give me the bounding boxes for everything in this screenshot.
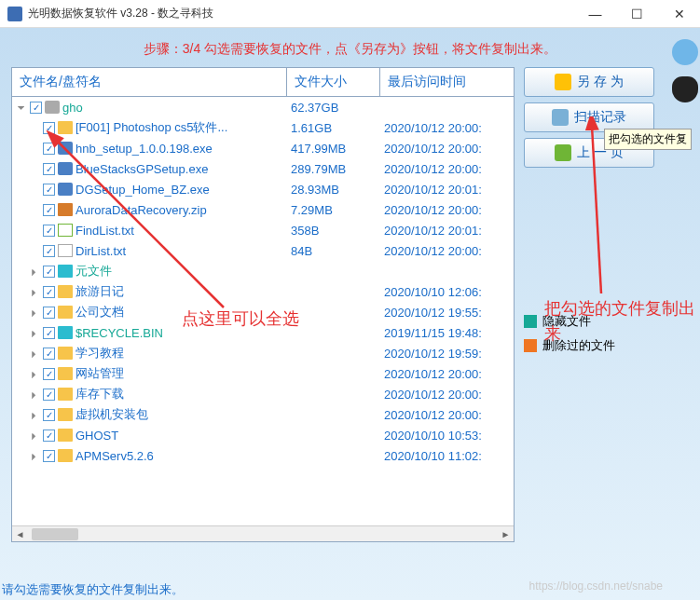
expander-icon[interactable]: ⏵: [29, 430, 40, 441]
footer-hint: 请勾选需要恢复的文件复制出来。: [2, 581, 184, 598]
file-time: 2020/10/12 20:00:: [380, 121, 510, 135]
table-row[interactable]: ⏷gho62.37GB: [12, 97, 514, 117]
file-size: 7.29MB: [287, 203, 380, 217]
file-size: 358B: [287, 224, 380, 238]
folder-icon: [58, 285, 73, 298]
file-name: gho: [62, 101, 83, 115]
table-row[interactable]: ⏵APMServ5.2.62020/10/10 11:02:: [12, 445, 514, 466]
scroll-thumb[interactable]: [32, 528, 78, 540]
maximize-button[interactable]: ☐: [616, 0, 658, 28]
file-size: 289.79MB: [287, 162, 380, 176]
checkbox[interactable]: [43, 163, 55, 175]
file-name: FindList.txt: [75, 224, 134, 238]
table-row[interactable]: [F001] Photoshop cs5软件...1.61GB2020/10/1…: [12, 117, 514, 138]
file-name: AuroraDataRecovery.zip: [75, 203, 207, 217]
file-name: 库存下载: [75, 386, 124, 402]
checkbox[interactable]: [43, 225, 55, 237]
globe-icon[interactable]: [672, 39, 698, 65]
table-row[interactable]: FindList.txt358B2020/10/12 20:01:: [12, 220, 514, 240]
checkbox[interactable]: [43, 184, 55, 196]
file-name: 公司文档: [75, 304, 124, 320]
file-time: 2020/10/10 12:06:: [380, 285, 510, 299]
file-time: 2020/10/12 20:00:: [380, 388, 510, 402]
file-name: GHOST: [75, 429, 118, 443]
checkbox[interactable]: [43, 409, 55, 421]
table-row[interactable]: ⏵虚拟机安装包2020/10/12 20:00:: [12, 404, 514, 425]
table-row[interactable]: ⏵GHOST2020/10/10 10:53:: [12, 425, 514, 445]
table-row[interactable]: BlueStacksGPSetup.exe289.79MB2020/10/12 …: [12, 158, 514, 179]
exe-icon: [58, 162, 73, 175]
file-time: 2020/10/12 20:00:: [380, 142, 510, 156]
expander-icon[interactable]: ⏵: [29, 389, 40, 400]
file-time: 2020/10/10 11:02:: [380, 449, 510, 463]
file-time: 2020/10/12 19:59:: [380, 347, 510, 361]
checkbox[interactable]: [43, 143, 55, 155]
titlebar: 光明数据恢复软件 v3.28 - 数之寻科技 — ☐ ✕: [0, 0, 700, 28]
expander-icon[interactable]: ⏵: [29, 369, 40, 379]
col-name[interactable]: 文件名/盘符名: [12, 68, 287, 96]
checkbox[interactable]: [43, 204, 55, 216]
close-button[interactable]: ✕: [658, 0, 700, 28]
expander-icon[interactable]: ⏷: [16, 102, 27, 113]
scrollbar-horizontal[interactable]: ◄ ►: [12, 525, 514, 541]
folder-icon: [58, 347, 73, 360]
table-row[interactable]: ⏵$RECYCLE.BIN2019/11/15 19:48:: [12, 322, 514, 343]
file-size: 84B: [287, 244, 380, 258]
expander-icon[interactable]: ⏵: [29, 328, 40, 338]
checkbox[interactable]: [43, 348, 55, 360]
minimize-button[interactable]: —: [574, 0, 616, 28]
exe-icon: [58, 142, 73, 155]
expander-icon[interactable]: ⏵: [29, 287, 40, 297]
checkbox[interactable]: [43, 368, 55, 380]
checkbox[interactable]: [43, 245, 55, 257]
expander-icon[interactable]: ⏵: [29, 348, 40, 359]
scroll-left-icon[interactable]: ◄: [12, 526, 28, 542]
checkbox[interactable]: [43, 450, 55, 462]
table-row[interactable]: ⏵网站管理2020/10/12 20:00:: [12, 363, 514, 384]
file-name: [F001] Photoshop cs5软件...: [75, 119, 227, 136]
table-row[interactable]: ⏵旅游日记2020/10/10 12:06:: [12, 281, 514, 302]
checkbox[interactable]: [30, 102, 42, 114]
checkbox[interactable]: [43, 430, 55, 442]
table-row[interactable]: AuroraDataRecovery.zip7.29MB2020/10/12 2…: [12, 199, 514, 220]
file-time: 2020/10/12 20:00:: [380, 203, 510, 217]
col-time[interactable]: 最后访问时间: [380, 68, 514, 96]
expander-icon[interactable]: ⏵: [29, 266, 40, 277]
file-size: 417.99MB: [287, 142, 380, 156]
exe-icon: [58, 183, 73, 196]
table-row[interactable]: ⏵公司文档2020/10/12 19:55:: [12, 302, 514, 322]
file-name: BlueStacksGPSetup.exe: [75, 162, 208, 176]
expander-icon[interactable]: ⏵: [29, 307, 40, 318]
checkbox[interactable]: [43, 389, 55, 401]
table-row[interactable]: hnb_setup_1.0.0.198.exe417.99MB2020/10/1…: [12, 138, 514, 158]
step-instruction: 步骤：3/4 勾选需要恢复的文件，点《另存为》按钮，将文件复制出来。: [11, 35, 689, 67]
folder-icon: [58, 367, 73, 380]
expander-icon[interactable]: ⏵: [29, 451, 40, 461]
expander-icon[interactable]: ⏵: [29, 410, 40, 420]
watermark: https://blog.csdn.net/snabe: [529, 580, 663, 593]
checkbox[interactable]: [43, 327, 55, 339]
scroll-right-icon[interactable]: ►: [498, 526, 514, 542]
file-list-panel: 文件名/盘符名 文件大小 最后访问时间 ⏷gho62.37GB[F001] Ph…: [11, 67, 515, 542]
table-row[interactable]: ⏵库存下载2020/10/12 20:00:: [12, 384, 514, 404]
col-size[interactable]: 文件大小: [287, 68, 380, 96]
checkbox[interactable]: [43, 286, 55, 298]
table-row[interactable]: DGSetup_Home_BZ.exe28.93MB2020/10/12 20:…: [12, 179, 514, 199]
grid-body[interactable]: ⏷gho62.37GB[F001] Photoshop cs5软件...1.61…: [12, 97, 514, 525]
scan-record-label: 扫描记录: [574, 109, 626, 126]
legend-hidden-label: 隐藏文件: [542, 313, 591, 330]
table-row[interactable]: ⏵学习教程2020/10/12 19:59:: [12, 343, 514, 363]
qq-icon[interactable]: [672, 76, 698, 102]
checkbox[interactable]: [43, 266, 55, 278]
save-as-button[interactable]: 另 存 为: [524, 67, 654, 97]
checkbox[interactable]: [43, 307, 55, 319]
file-name: 虚拟机安装包: [75, 406, 148, 423]
file-name: DirList.txt: [75, 244, 126, 258]
txt g-icon: [58, 224, 73, 237]
table-row[interactable]: ⏵元文件: [12, 261, 514, 281]
file-name: 旅游日记: [75, 283, 124, 300]
file-name: $RECYCLE.BIN: [75, 326, 163, 340]
table-row[interactable]: DirList.txt84B2020/10/12 20:00:: [12, 240, 514, 261]
folder-t-icon: [58, 265, 73, 278]
checkbox[interactable]: [43, 122, 55, 134]
